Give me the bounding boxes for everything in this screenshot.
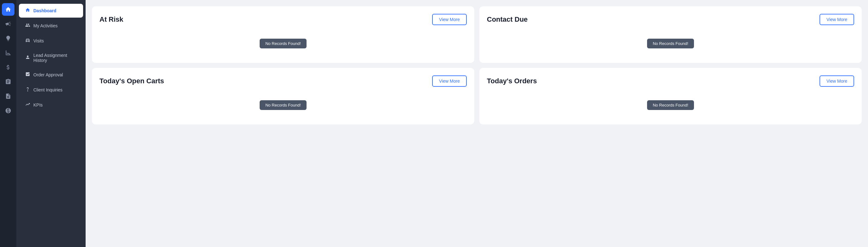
sidebar-label-dashboard: Dashboard xyxy=(33,8,56,13)
icon-home[interactable] xyxy=(2,3,14,16)
icon-dollar[interactable] xyxy=(2,61,14,74)
todays-orders-no-records: No Records Found! xyxy=(647,100,694,110)
at-risk-title: At Risk xyxy=(99,15,123,24)
at-risk-view-more-button[interactable]: View More xyxy=(432,14,467,25)
main-content: At Risk View More No Records Found! Cont… xyxy=(86,0,868,247)
icon-document[interactable] xyxy=(2,90,14,102)
todays-orders-card: Today's Orders View More No Records Foun… xyxy=(479,68,862,125)
sidebar-label-kpis: KPIs xyxy=(33,102,43,107)
visits-icon xyxy=(25,38,30,44)
svg-point-1 xyxy=(28,40,29,41)
sidebar-label-order-approval: Order Approval xyxy=(33,72,63,77)
todays-open-carts-no-records: No Records Found! xyxy=(260,100,307,110)
sidebar-label-client-inquiries: Client Inquiries xyxy=(33,87,63,93)
svg-point-0 xyxy=(26,40,27,41)
icon-clipboard[interactable] xyxy=(2,75,14,88)
icon-sidebar xyxy=(0,0,17,247)
dashboard-grid: At Risk View More No Records Found! Cont… xyxy=(92,6,862,125)
contact-due-card-header: Contact Due View More xyxy=(487,14,854,25)
todays-orders-title: Today's Orders xyxy=(487,77,537,85)
todays-open-carts-card: Today's Open Carts View More No Records … xyxy=(92,68,474,125)
icon-bulb[interactable] xyxy=(2,32,14,45)
contact-due-title: Contact Due xyxy=(487,15,528,24)
contact-due-no-records: No Records Found! xyxy=(647,39,694,48)
icon-chart[interactable] xyxy=(2,46,14,59)
at-risk-card-header: At Risk View More xyxy=(99,14,467,25)
contact-due-card-body: No Records Found! xyxy=(487,31,854,55)
order-approval-icon xyxy=(25,72,30,78)
todays-open-carts-card-body: No Records Found! xyxy=(99,93,467,117)
client-inquiries-icon xyxy=(25,87,30,93)
kpis-icon xyxy=(25,102,30,108)
sidebar-label-lead-assignment-history: Lead Assignment History xyxy=(33,53,77,63)
contact-due-card: Contact Due View More No Records Found! xyxy=(479,6,862,63)
at-risk-card: At Risk View More No Records Found! xyxy=(92,6,474,63)
sidebar-item-dashboard[interactable]: Dashboard xyxy=(19,4,83,17)
todays-orders-view-more-button[interactable]: View More xyxy=(819,75,854,87)
sidebar-label-visits: Visits xyxy=(33,38,44,43)
sidebar-label-my-activities: My Activities xyxy=(33,23,58,28)
dashboard-icon xyxy=(25,7,30,14)
contact-due-view-more-button[interactable]: View More xyxy=(819,14,854,25)
todays-orders-card-body: No Records Found! xyxy=(487,93,854,117)
sidebar-item-order-approval[interactable]: Order Approval xyxy=(19,68,83,82)
at-risk-no-records: No Records Found! xyxy=(260,39,307,48)
icon-coin[interactable] xyxy=(2,104,14,117)
sidebar-item-lead-assignment-history[interactable]: Lead Assignment History xyxy=(19,49,83,67)
icon-megaphone[interactable] xyxy=(2,17,14,30)
todays-orders-card-header: Today's Orders View More xyxy=(487,75,854,87)
my-activities-icon xyxy=(25,23,30,29)
lead-assignment-icon xyxy=(25,55,30,61)
sidebar-item-my-activities[interactable]: My Activities xyxy=(19,19,83,33)
todays-open-carts-title: Today's Open Carts xyxy=(99,77,164,85)
at-risk-card-body: No Records Found! xyxy=(99,31,467,55)
todays-open-carts-view-more-button[interactable]: View More xyxy=(432,75,467,87)
sidebar-item-visits[interactable]: Visits xyxy=(19,34,83,48)
sidebar-item-client-inquiries[interactable]: Client Inquiries xyxy=(19,83,83,97)
nav-sidebar: Dashboard My Activities Visits Lead Assi… xyxy=(17,0,86,247)
sidebar-item-kpis[interactable]: KPIs xyxy=(19,98,83,112)
todays-open-carts-card-header: Today's Open Carts View More xyxy=(99,75,467,87)
